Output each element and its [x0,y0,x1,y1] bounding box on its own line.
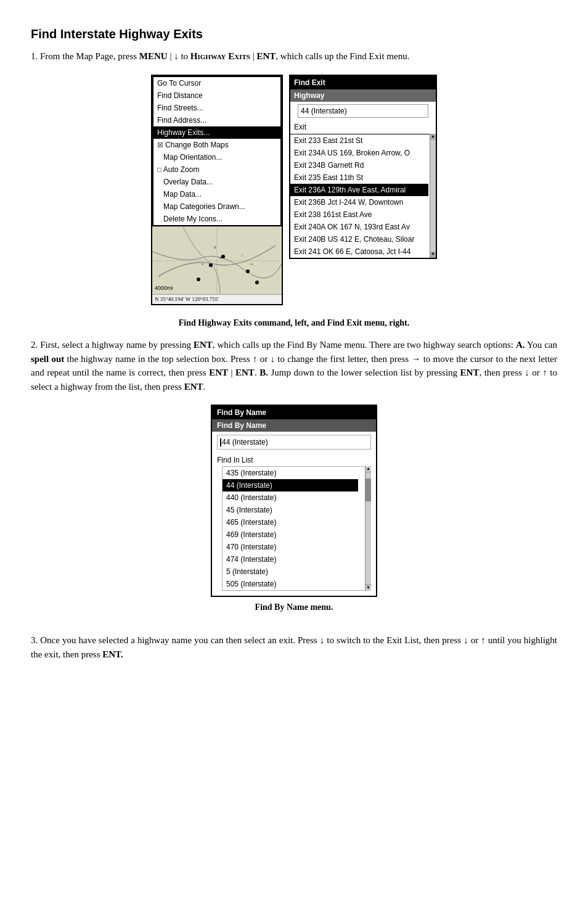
fbn-item-5[interactable]: 469 (Interstate) [223,528,358,541]
fbn-item-2[interactable]: 440 (Interstate) [223,491,358,504]
map-coords-bar: N 35°40.194' W 120°03.755' [152,294,282,305]
map-coords: N 35°40.194' W 120°03.755' [155,295,219,304]
fbn-section-label: Find In List [212,453,376,466]
exit-item-9[interactable]: Exit 241 OK 66 E, Catoosa, Jct I-44 [290,245,428,258]
svg-point-2 [209,263,213,267]
fbn-cursor [220,438,221,446]
fbn-scroll-up[interactable]: ▲ [365,466,371,472]
fbn-subheader: Find By Name [212,419,376,432]
find-exit-highway-input[interactable]: 44 (Interstate) [298,104,428,118]
map-outer: Go To Cursor Find Distance Find Streets.… [151,75,283,306]
figure-1-row: Go To Cursor Find Distance Find Streets.… [31,75,557,306]
exit-item-5[interactable]: Exit 236B Jct I-244 W, Downtown [290,196,428,208]
menu-item-overlay-data: Overlay Data... [153,176,280,188]
menu-item-go-to-cursor: Go To Cursor [153,77,280,89]
menu-box: Go To Cursor Find Distance Find Streets.… [152,76,282,226]
svg-text:d: d [214,245,216,250]
menu-item-find-streets: Find Streets... [153,102,280,114]
find-exit-subheader: Highway [290,89,436,102]
left-menu-map: Go To Cursor Find Distance Find Streets.… [151,75,283,306]
paragraph-3: 3. Once you have selected a highway name… [31,633,557,661]
fbn-list: 435 (Interstate) 44 (Interstate) 440 (In… [222,466,366,591]
exit-scroll-down[interactable]: ▼ [430,252,436,258]
svg-point-3 [197,278,200,281]
svg-text:•1: •1 [219,256,222,260]
fbn-item-6[interactable]: 470 (Interstate) [223,541,358,553]
exit-item-7[interactable]: Exit 240A OK 167 N, 193rd East Av [290,221,428,233]
svg-text:°: ° [242,255,243,258]
menu-item-auto-zoom: Auto Zoom [153,163,280,176]
exit-item-4[interactable]: Exit 236A 129th Ave East, Admiral [290,184,428,196]
paragraph-2: 2. First, select a highway name by press… [31,338,557,393]
fbn-scroll-down[interactable]: ▼ [365,585,371,591]
figure-2-center: Find By Name Find By Name 44 (Interstate… [31,405,557,622]
exit-scrollbar[interactable]: ▲ ▼ [430,134,436,258]
fbn-scrollbar-thumb [365,479,371,501]
menu-item-map-categories: Map Categories Drawn... [153,200,280,213]
exit-list: Exit 233 East 21st St Exit 234A US 169, … [290,134,436,258]
menu-item-change-both-maps: Change Both Maps [153,139,280,151]
exit-item-2[interactable]: Exit 234B Garnett Rd [290,159,428,171]
menu-item-map-orientation: Map Orientation... [153,151,280,163]
fbn-header: Find By Name [212,406,376,419]
page-title: Find Interstate Highway Exits [31,25,557,43]
menu-item-find-distance: Find Distance [153,89,280,102]
fbn-item-4[interactable]: 465 (Interstate) [223,516,358,528]
svg-point-5 [246,269,250,273]
fbn-input[interactable]: 44 (Interstate) [217,435,371,450]
svg-point-6 [255,281,259,284]
exit-list-wrapper: Exit 233 East 21st St Exit 234A US 169, … [290,134,436,258]
svg-text:s: s [202,261,203,266]
svg-text:co: co [250,262,253,266]
fbn-item-7[interactable]: 474 (Interstate) [223,553,358,565]
map-scale: 4000mi [155,284,173,293]
find-by-name-box: Find By Name Find By Name 44 (Interstate… [211,405,377,597]
fbn-item-3[interactable]: 45 (Interstate) [223,504,358,516]
fbn-item-9[interactable]: 505 (Interstate) [223,578,358,590]
exit-item-6[interactable]: Exit 238 161st East Ave [290,208,428,221]
find-exit-panel: Find Exit Highway 44 (Interstate) Exit E… [289,75,437,259]
find-exit-header: Find Exit [290,76,436,89]
menu-item-map-data: Map Data... [153,188,280,200]
fbn-item-8[interactable]: 5 (Interstate) [223,565,358,578]
menu-item-highway-exits: Highway Exits... [153,126,280,139]
fbn-scrollbar[interactable]: ▲ ▼ [365,466,371,591]
fbn-item-0[interactable]: 435 (Interstate) [223,467,358,479]
figure-2-caption: Find By Name menu. [255,601,333,614]
exit-item-8[interactable]: Exit 240B US 412 E, Choteau, Siloar [290,233,428,245]
fbn-list-container: 435 (Interstate) 44 (Interstate) 440 (In… [217,466,371,591]
exit-item-3[interactable]: Exit 235 East 11th St [290,171,428,184]
paragraph-1: 1. From the Map Page, press MENU | ↓ to … [31,49,557,64]
fbn-item-1[interactable]: 44 (Interstate) [223,479,358,491]
figure-1-caption: Find Highway Exits command, left, and Fi… [31,316,557,329]
exit-item-0[interactable]: Exit 233 East 21st St [290,134,428,147]
find-exit-section-label: Exit [290,120,436,134]
exit-item-1[interactable]: Exit 234A US 169, Broken Arrow, O [290,147,428,159]
menu-item-find-address: Find Address... [153,114,280,126]
fbn-input-value: 44 (Interstate) [222,437,268,448]
menu-item-delete-icons: Delete My Icons... [153,213,280,225]
exit-scroll-up[interactable]: ▲ [430,134,436,140]
